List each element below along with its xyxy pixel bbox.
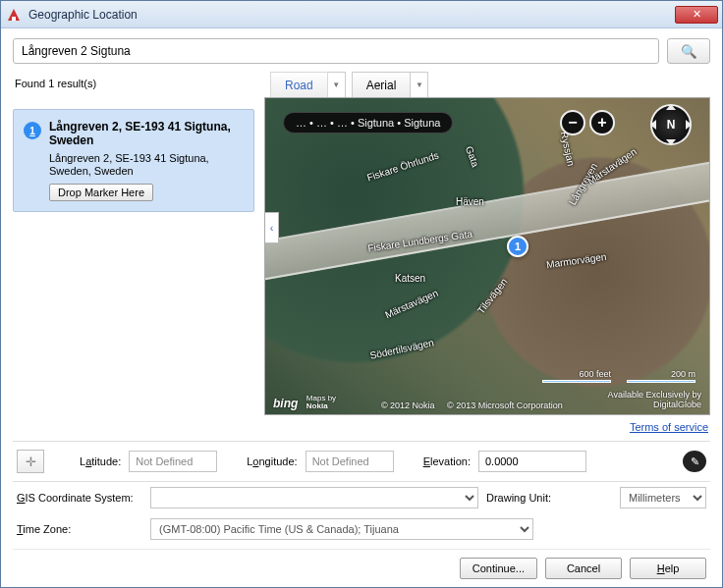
drawing-unit-combo[interactable]: Millimeters — [620, 487, 706, 508]
result-subtitle: Långreven 2, SE-193 41 Sigtuna, Sweden, … — [49, 152, 244, 178]
search-button[interactable]: 🔍 — [667, 38, 710, 64]
map-column: Road ▼ Aerial ▼ ‹ … • … • … • Sigtuna • … — [264, 72, 710, 435]
map-credits: bing Maps by Nokia © 2012 Nokia © 2013 M… — [273, 391, 701, 410]
gis-combo[interactable] — [150, 487, 478, 508]
elev-input[interactable] — [478, 451, 586, 472]
close-icon: ✕ — [693, 8, 701, 21]
svg-rect-1 — [12, 17, 16, 21]
coordinate-row: ✛ Latitude: Longitude: Elevation: ✎ — [13, 441, 710, 482]
street-label: Ryssjan — [559, 131, 577, 167]
tab-aerial-dropdown[interactable]: ▼ — [411, 72, 428, 97]
drawing-unit-label: Drawing Unit: — [486, 492, 612, 504]
credit-digitalglobe1: Available Exclusively by — [608, 390, 701, 400]
edit-coords-button[interactable]: ✎ — [683, 451, 706, 472]
dialog-content: 🔍 Found 1 result(s) 1 Långreven 2, SE-19… — [1, 28, 722, 587]
result-item[interactable]: 1 Långreven 2, SE-193 41 Sigtuna, Sweden… — [13, 109, 254, 212]
compass[interactable]: N — [650, 104, 692, 145]
copyright-nokia: © 2012 Nokia — [381, 401, 435, 410]
collapse-handle[interactable]: ‹ — [265, 212, 279, 243]
zoom-out-button[interactable]: − — [560, 110, 585, 135]
result-body: Långreven 2, SE-193 41 Sigtuna, Sweden L… — [49, 120, 244, 201]
zoom-in-button[interactable]: + — [589, 110, 615, 135]
lat-label: Latitude: — [80, 455, 121, 467]
street-label: Märstavägen — [383, 288, 439, 321]
results-column: Found 1 result(s) 1 Långreven 2, SE-193 … — [13, 72, 254, 212]
window-title: Geographic Location — [28, 8, 675, 22]
compass-n: N — [667, 118, 676, 132]
pencil-icon: ✎ — [691, 455, 699, 468]
tz-combo[interactable]: (GMT-08:00) Pacific Time (US & Canada); … — [150, 518, 533, 540]
plus-icon: + — [597, 114, 606, 132]
zoom-controls: − + — [560, 110, 615, 135]
cancel-button[interactable]: Cancel — [545, 558, 622, 579]
close-button[interactable]: ✕ — [675, 6, 718, 24]
tab-road-dropdown[interactable]: ▼ — [328, 72, 346, 97]
crosshair-icon: ✛ — [26, 454, 36, 469]
street-label: Tilsvägen — [475, 276, 510, 315]
app-icon — [5, 6, 23, 24]
credit-digitalglobe2: DigitalGlobe — [653, 400, 701, 409]
tab-aerial[interactable]: Aerial — [352, 72, 412, 97]
minus-icon: − — [568, 114, 577, 132]
pick-point-button[interactable]: ✛ — [17, 450, 44, 473]
tab-road[interactable]: Road — [270, 72, 328, 97]
street-label: Katsen — [395, 273, 425, 284]
result-title: Långreven 2, SE-193 41 Sigtuna, Sweden — [49, 120, 244, 148]
map-pin[interactable]: 1 — [507, 236, 528, 257]
geolocation-dialog: Geographic Location ✕ 🔍 Found 1 result(s… — [0, 0, 723, 588]
terms-link[interactable]: Terms of service — [630, 421, 708, 433]
scale-meters: 200 m — [671, 369, 695, 379]
bing-logo: bing — [273, 397, 298, 410]
tz-label: Time Zone: — [17, 523, 142, 535]
titlebar[interactable]: Geographic Location ✕ — [1, 1, 722, 28]
map-breadcrumb[interactable]: … • … • … • Sigtuna • Sigtuna — [283, 112, 453, 134]
timezone-row: Time Zone: (GMT-08:00) Pacific Time (US … — [13, 513, 710, 545]
scale-bar: 600 feet 200 m — [542, 369, 695, 383]
street-label: Häven — [456, 196, 484, 207]
street-label: Fiskare Öhrlunds — [365, 150, 440, 184]
lon-label: Longitude: — [247, 455, 297, 467]
terms-row: Terms of service — [264, 415, 710, 435]
copyright-ms: © 2013 Microsoft Corporation — [447, 401, 563, 410]
drop-marker-button[interactable]: Drop Marker Here — [49, 184, 153, 201]
street-label: Marmorvägen — [546, 251, 608, 270]
lon-input[interactable] — [306, 451, 394, 472]
gis-label: GIS Coordinate System: — [17, 492, 142, 504]
map-tabs: Road ▼ Aerial ▼ — [264, 72, 710, 97]
map-view[interactable]: ‹ … • … • … • Sigtuna • Sigtuna − + N 1 … — [264, 97, 710, 415]
search-icon: 🔍 — [681, 44, 697, 59]
chevron-left-icon: ‹ — [270, 222, 274, 234]
street-label: Gata — [464, 144, 481, 168]
dialog-buttons: Continue... Cancel Help — [13, 549, 710, 579]
scale-feet: 600 feet — [579, 369, 611, 379]
search-input[interactable] — [13, 38, 659, 64]
lat-input[interactable] — [129, 451, 217, 472]
gis-row: GIS Coordinate System: Drawing Unit: Mil… — [13, 482, 710, 513]
street-label: Södertilsvägen — [369, 337, 435, 361]
elev-label: Elevation: — [423, 455, 471, 467]
continue-button[interactable]: Continue... — [460, 558, 537, 579]
help-button[interactable]: Help — [630, 558, 706, 579]
results-count: Found 1 result(s) — [13, 72, 254, 99]
search-row: 🔍 — [13, 38, 710, 64]
result-badge: 1 — [24, 122, 41, 139]
